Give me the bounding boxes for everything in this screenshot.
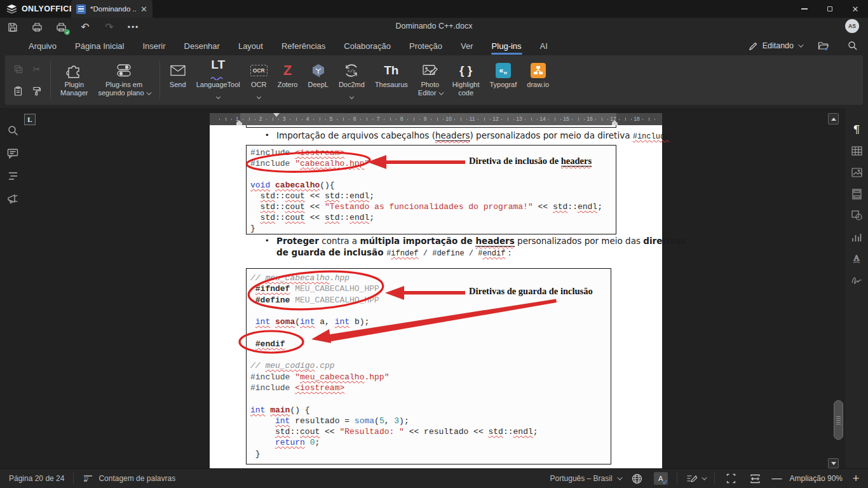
feedback-button[interactable] xyxy=(6,192,20,206)
format-painter-button[interactable] xyxy=(29,84,44,98)
menu-tab-protecao[interactable]: Proteção xyxy=(409,39,443,53)
plugin-typograf-button[interactable]: «„ Typograf xyxy=(484,58,522,102)
menu-tab-ver[interactable]: Ver xyxy=(460,39,474,53)
photo-editor-icon xyxy=(422,60,438,81)
undo-button[interactable]: ↶ xyxy=(78,20,93,34)
doc2md-icon: </> xyxy=(343,60,360,81)
paste-icon xyxy=(14,86,22,96)
tab-stop-selector[interactable]: L xyxy=(24,114,36,125)
open-file-location-button[interactable] xyxy=(816,39,831,53)
menu-tab-ai[interactable]: AI xyxy=(539,39,548,53)
plugin-drawio-button[interactable]: draw.io xyxy=(522,58,554,102)
zoom-in-button[interactable]: + xyxy=(851,472,860,485)
table-settings-button[interactable] xyxy=(850,144,864,158)
window-close-button[interactable]: ✕ xyxy=(843,0,868,18)
track-changes-icon xyxy=(686,474,698,484)
svg-text:12: 12 xyxy=(84,477,89,481)
plugin-zotero-button[interactable]: Z Zotero xyxy=(273,58,303,102)
navigation-panel-button[interactable] xyxy=(6,169,20,183)
scroll-up-button[interactable] xyxy=(828,113,839,125)
comment-icon xyxy=(7,148,18,159)
scissors-icon: ✂ xyxy=(33,64,41,74)
save-icon xyxy=(8,22,18,32)
menu-tab-desenhar[interactable]: Desenhar xyxy=(184,39,220,53)
menu-items: ArquivoPágina InicialInserirDesenharLayo… xyxy=(28,37,548,55)
plugin-deepl-button[interactable]: DeepL xyxy=(302,58,333,102)
more-actions-button[interactable]: ••• xyxy=(126,20,141,34)
paragraph-settings-button[interactable]: ¶ xyxy=(850,122,864,136)
menu-tab-arquivo[interactable]: Arquivo xyxy=(28,39,57,53)
spell-check-toggle[interactable]: A xyxy=(654,472,668,485)
redo-button[interactable]: ↷ xyxy=(102,20,117,34)
paste-button[interactable] xyxy=(11,84,26,98)
drawio-icon xyxy=(531,60,546,81)
chart-settings-button[interactable] xyxy=(850,230,864,244)
zoom-out-button[interactable]: — xyxy=(772,473,781,484)
editing-mode-button[interactable]: Editando xyxy=(749,41,802,51)
plugin-send-button[interactable]: Send xyxy=(165,58,191,102)
text-art-settings-button[interactable]: A xyxy=(850,252,864,266)
comments-panel-button[interactable] xyxy=(6,146,20,160)
plugin-highlight-code-button[interactable]: { } Highlight code xyxy=(447,58,485,102)
shape-settings-button[interactable] xyxy=(850,208,864,222)
quick-print-button[interactable] xyxy=(53,20,69,34)
ellipsis-icon: ••• xyxy=(128,23,140,32)
fit-page-icon xyxy=(726,473,736,484)
print-button[interactable] xyxy=(29,20,44,34)
plugin-doc2md-button[interactable]: </> Doc2md xyxy=(334,58,370,102)
document-tab[interactable]: *Dominando ... ✕ xyxy=(71,0,153,18)
document-language-button[interactable] xyxy=(630,471,645,485)
send-envelope-icon xyxy=(170,60,186,81)
plugin-thesaurus-button[interactable]: Th Thesaurus xyxy=(370,58,413,102)
plugin-photo-editor-button[interactable]: Photo Editor xyxy=(413,58,447,102)
search-icon xyxy=(848,41,858,51)
chevron-down-icon xyxy=(146,90,151,95)
vertical-scrollbar-thumb[interactable] xyxy=(834,400,843,440)
plugin-languagetool-button[interactable]: LT LanguageTool xyxy=(191,58,245,102)
window-restore-button[interactable] xyxy=(817,0,843,18)
document-page[interactable]: • Importação de arquivos cabeçalhos (hea… xyxy=(210,125,662,468)
bullet-marker: • xyxy=(266,130,269,140)
menu-tab-inserir[interactable]: Inserir xyxy=(142,39,166,53)
tab-close-icon[interactable]: ✕ xyxy=(140,5,147,13)
fit-width-button[interactable] xyxy=(748,471,763,485)
annotation-inclusion-directive: Diretiva de inclusão de headers xyxy=(469,156,592,166)
menu-tab-colaboracao[interactable]: Colaboração xyxy=(343,39,391,53)
save-button[interactable] xyxy=(5,20,20,34)
check-icon xyxy=(662,480,667,484)
scroll-down-button[interactable] xyxy=(828,458,839,468)
globe-icon xyxy=(632,473,642,484)
background-plugins-button[interactable]: Plug-ins em segundo plano xyxy=(93,58,154,102)
chevron-down-icon xyxy=(217,90,220,101)
image-settings-button[interactable] xyxy=(850,165,864,179)
copy-button[interactable] xyxy=(11,62,26,76)
language-selector[interactable]: Português – Brasil xyxy=(550,474,621,483)
find-panel-button[interactable] xyxy=(6,123,20,137)
avatar[interactable]: AS xyxy=(845,19,859,33)
page-indicator[interactable]: Página 20 de 24 xyxy=(0,469,73,488)
plugin-manager-button[interactable]: Plugin Manager xyxy=(55,58,93,102)
window-minimize-button[interactable] xyxy=(792,0,817,18)
fit-page-button[interactable] xyxy=(724,471,739,485)
menu-tab-layout[interactable]: Layout xyxy=(238,39,264,53)
chart-icon xyxy=(851,233,862,242)
chevron-down-icon xyxy=(438,90,444,95)
bullet-item-2-line-1: Proteger contra a múltipla importação de… xyxy=(276,236,686,246)
word-count-button[interactable]: 12 Contagem de palavras xyxy=(74,469,184,488)
ruler[interactable]: 123456789101112131415161718 xyxy=(210,113,662,125)
toggles-icon xyxy=(116,60,132,81)
typograf-icon: «„ xyxy=(496,60,511,81)
header-footer-settings-button[interactable] xyxy=(850,187,864,201)
signature-settings-button[interactable] xyxy=(850,273,864,287)
track-changes-button[interactable] xyxy=(686,474,705,484)
menu-tab-referencias[interactable]: Referências xyxy=(281,39,326,53)
titlebar: ONLYOFFICE *Dominando ... ✕ ✕ xyxy=(0,0,868,18)
app-brand: ONLYOFFICE xyxy=(6,0,74,18)
cut-button[interactable]: ✂ xyxy=(29,62,44,76)
menu-tab-pagina-inicial[interactable]: Página Inicial xyxy=(74,39,125,53)
menu-tab-plugins[interactable]: Plug-ins xyxy=(491,39,522,53)
fit-width-icon xyxy=(750,474,761,484)
search-button[interactable] xyxy=(845,39,860,53)
plugin-ocr-button[interactable]: OCR OCR xyxy=(245,58,273,102)
first-line-indent-marker[interactable] xyxy=(273,113,280,117)
